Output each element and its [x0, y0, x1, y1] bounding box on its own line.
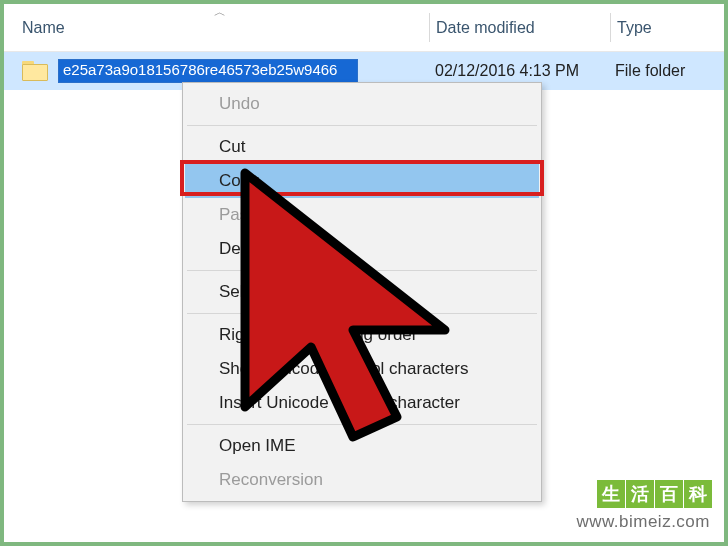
menu-item-paste[interactable]: Paste [185, 198, 539, 232]
menu-item-reconversion[interactable]: Reconversion [185, 463, 539, 497]
sort-caret-icon: ︿ [214, 4, 226, 21]
menu-separator [187, 424, 537, 425]
column-header-name[interactable]: Name [4, 19, 429, 37]
context-menu: Undo Cut Copy Paste Delete Select All Ri… [182, 82, 542, 502]
menu-item-insert-unicode[interactable]: Insert Unicode control character [185, 386, 539, 420]
menu-item-copy[interactable]: Copy [185, 164, 539, 198]
column-header-row: Name Date modified Type [4, 4, 724, 52]
menu-item-show-unicode[interactable]: Show Unicode control characters [185, 352, 539, 386]
column-header-type-label: Type [617, 19, 652, 36]
menu-item-undo[interactable]: Undo [185, 87, 539, 121]
watermark-url: www.bimeiz.com [576, 512, 710, 532]
watermark-logo: 生 活 百 科 [597, 480, 712, 508]
file-date-label: 02/12/2016 4:13 PM [435, 62, 579, 79]
menu-separator [187, 313, 537, 314]
rename-input[interactable]: e25a73a9o18156786re46573eb25w9466 [58, 59, 358, 83]
watermark-char: 活 [626, 480, 654, 508]
column-header-date-label: Date modified [436, 19, 535, 36]
menu-item-rtl[interactable]: Right to left Reading order [185, 318, 539, 352]
column-header-name-label: Name [22, 19, 65, 37]
menu-item-cut[interactable]: Cut [185, 130, 539, 164]
menu-item-open-ime[interactable]: Open IME [185, 429, 539, 463]
folder-icon [22, 61, 48, 81]
file-date-cell: 02/12/2016 4:13 PM [429, 62, 609, 80]
menu-separator [187, 125, 537, 126]
watermark-char: 百 [655, 480, 683, 508]
column-header-date[interactable]: Date modified [430, 19, 610, 37]
column-header-type[interactable]: Type [611, 19, 724, 37]
watermark-char: 科 [684, 480, 712, 508]
menu-separator [187, 270, 537, 271]
file-type-label: File folder [615, 62, 685, 79]
menu-item-select-all[interactable]: Select All [185, 275, 539, 309]
watermark-char: 生 [597, 480, 625, 508]
file-type-cell: File folder [609, 62, 724, 80]
file-name-cell: e25a73a9o18156786re46573eb25w9466 [4, 59, 429, 83]
menu-item-delete[interactable]: Delete [185, 232, 539, 266]
